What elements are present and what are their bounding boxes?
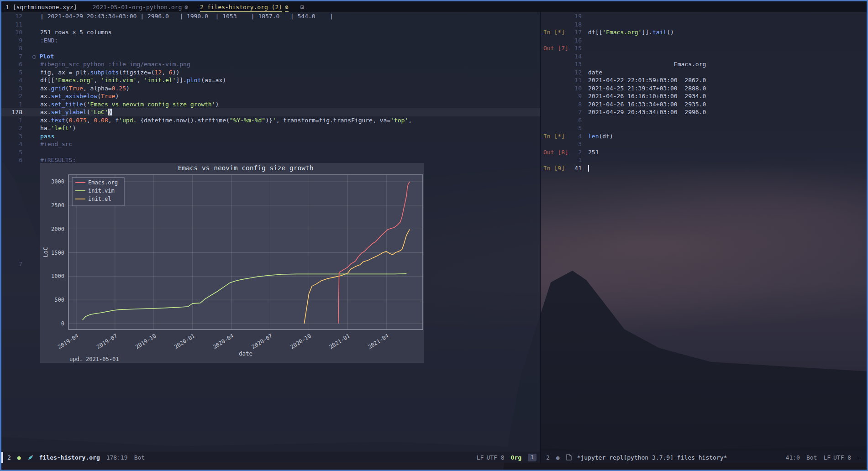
line-number: 6: [1, 60, 22, 68]
line-number: 10: [1, 28, 22, 37]
line-number: 5: [1, 68, 22, 77]
line-text: Emacs.org: [582, 60, 706, 68]
code-segment: , f: [108, 117, 119, 124]
line-text: 251 rows × 5 columns: [22, 28, 112, 37]
echo-area[interactable]: [1, 463, 867, 470]
window-number: 2: [7, 454, 11, 461]
repl-line[interactable]: 82021-04-26 16:33:34+03:00 2935.0: [541, 100, 867, 109]
modeline-repl-buffer[interactable]: 2 ● *jupyter-repl[python 3.7.9]-files-hi…: [540, 452, 867, 463]
code-segment: pass: [40, 133, 54, 140]
code-segment: date: [588, 69, 602, 76]
repl-line[interactable]: 12date: [541, 68, 867, 77]
line-number: 5: [1, 148, 22, 157]
emacs-frame: 1 [sqrtminusone.xyz] 2021-05-01-org-pyth…: [0, 0, 868, 471]
window-number: 2: [546, 454, 550, 461]
line-text: [582, 156, 588, 164]
code-line[interactable]: 5fig, ax = plt.subplots(figsize=(12, 6)): [1, 68, 540, 77]
line-number: 15: [570, 44, 582, 52]
org-buffer-window[interactable]: 12| 2021-04-29 20:43:34+03:00 | 2996.0 |…: [1, 12, 540, 452]
repl-line[interactable]: 92021-04-26 16:16:10+03:00 2934.0: [541, 92, 867, 100]
buffer-name: files-history.org: [39, 454, 100, 461]
repl-line[interactable]: 102021-04-25 21:39:47+03:00 2888.0: [541, 84, 867, 93]
svg-text:0: 0: [61, 320, 64, 327]
code-line[interactable]: 4df[['Emacs.org', 'init.vim', 'init.el']…: [1, 76, 540, 84]
line-number: 1: [1, 100, 22, 109]
code-line[interactable]: 11: [1, 21, 540, 29]
line-number: 178: [1, 108, 22, 116]
code-line[interactable]: 6#+begin_src python :file img/emacs-vim.…: [1, 60, 540, 68]
code-line[interactable]: 178ax.set_ylabel('LoC'): [1, 108, 540, 116]
org-buffer-lines: 12| 2021-04-29 20:43:34+03:00 | 2996.0 |…: [1, 12, 540, 164]
code-line[interactable]: 1ax.text(0.075, 0.08, f'upd. {datetime.n…: [1, 116, 540, 125]
line-number: 1: [1, 116, 22, 125]
document-icon: [566, 454, 572, 461]
code-line[interactable]: 9:END:: [1, 37, 540, 45]
code-segment: ax.: [40, 93, 51, 99]
modeline-org-buffer[interactable]: 2 ● files-history.org 178:19 Bot LF UTF-…: [1, 452, 540, 463]
code-segment: ): [126, 85, 130, 92]
code-segment: ): [72, 125, 76, 131]
repl-line[interactable]: Out [7]15: [541, 44, 867, 52]
repl-line[interactable]: 16: [541, 37, 867, 45]
code-line[interactable]: 10251 rows × 5 columns: [1, 28, 540, 37]
line-number: 2: [1, 124, 22, 132]
tab-files-history[interactable]: 2 files-history.org (2)⊗: [200, 4, 289, 10]
code-segment: df[[: [40, 77, 54, 84]
code-line[interactable]: 2ax.set_axisbelow(True): [1, 92, 540, 100]
line-number: 2: [1, 92, 22, 100]
code-line[interactable]: 2ha='left'): [1, 124, 540, 132]
code-segment: 'init.vim': [101, 77, 137, 84]
repl-line[interactable]: In [9]41: [541, 164, 867, 173]
repl-line[interactable]: 72021-04-29 20:43:34+03:00 2996.0: [541, 108, 867, 116]
repl-in-prompt: In [*]: [541, 132, 570, 141]
code-segment: ○: [32, 53, 40, 60]
major-mode[interactable]: Org: [511, 454, 521, 461]
code-segment: (ax=ax): [201, 77, 226, 84]
line-number: 6: [1, 156, 22, 164]
code-line[interactable]: 4#+end_src: [1, 140, 540, 148]
code-segment: )): [173, 69, 180, 76]
jupyter-repl-window[interactable]: 1918In [*]17df[['Emacs.org']].tail()16Ou…: [540, 12, 867, 452]
code-segment: True: [69, 85, 83, 92]
repl-line[interactable]: Out [8]2251: [541, 148, 867, 157]
svg-text:init.vim: init.vim: [88, 188, 115, 194]
encoding-indicator: UTF-8: [486, 454, 504, 461]
code-line[interactable]: 3pass: [1, 132, 540, 141]
repl-line[interactable]: 13 Emacs.org: [541, 60, 867, 68]
repl-prompt-margin: [541, 12, 570, 21]
new-tab-button[interactable]: ⊡: [300, 4, 304, 10]
code-line[interactable]: 3ax.grid(True, alpha=0.25): [1, 84, 540, 93]
line-number: 19: [570, 12, 582, 21]
repl-in-prompt: In [*]: [541, 28, 570, 37]
repl-line[interactable]: 18: [541, 21, 867, 29]
repl-line[interactable]: 112021-04-22 22:01:59+03:00 2862.0: [541, 76, 867, 84]
repl-line[interactable]: 1: [541, 156, 867, 164]
tab-close-icon[interactable]: ⊗: [285, 4, 289, 10]
code-line[interactable]: 7○ Plot: [1, 52, 540, 61]
repl-line[interactable]: 19: [541, 12, 867, 21]
code-segment: ': [273, 117, 276, 124]
line-number: 6: [570, 116, 582, 125]
code-line[interactable]: 8: [1, 44, 540, 52]
repl-prompt-margin: [541, 68, 570, 77]
repl-line[interactable]: 14: [541, 52, 867, 61]
tab-close-icon[interactable]: ⊗: [184, 4, 188, 10]
code-segment: 2021-04-26 16:33:34+03:00 2935.0: [588, 101, 706, 108]
repl-prompt-margin: [541, 108, 570, 116]
tab-org-python[interactable]: 2021-05-01-org-python.org⊗: [93, 4, 189, 10]
code-line[interactable]: 1ax.set_title('Emacs vs neovim config si…: [1, 100, 540, 109]
repl-line[interactable]: 6: [541, 116, 867, 125]
repl-line[interactable]: In [*]17df[['Emacs.org']].tail(): [541, 28, 867, 37]
code-segment: 'Emacs.org': [602, 29, 642, 36]
code-line[interactable]: 5: [1, 148, 540, 157]
tab-label: 2 files-history.org (2): [200, 4, 282, 10]
svg-text:2500: 2500: [51, 202, 64, 209]
cursor-position: 41:0: [786, 454, 800, 461]
code-line[interactable]: 12| 2021-04-29 20:43:34+03:00 | 2996.0 |…: [1, 12, 540, 21]
code-segment: (df): [599, 133, 613, 140]
text-cursor: [588, 165, 589, 172]
repl-prompt-margin: [541, 92, 570, 100]
repl-line[interactable]: 3: [541, 140, 867, 148]
repl-line[interactable]: 5: [541, 124, 867, 132]
repl-line[interactable]: In [*]4len(df): [541, 132, 867, 141]
